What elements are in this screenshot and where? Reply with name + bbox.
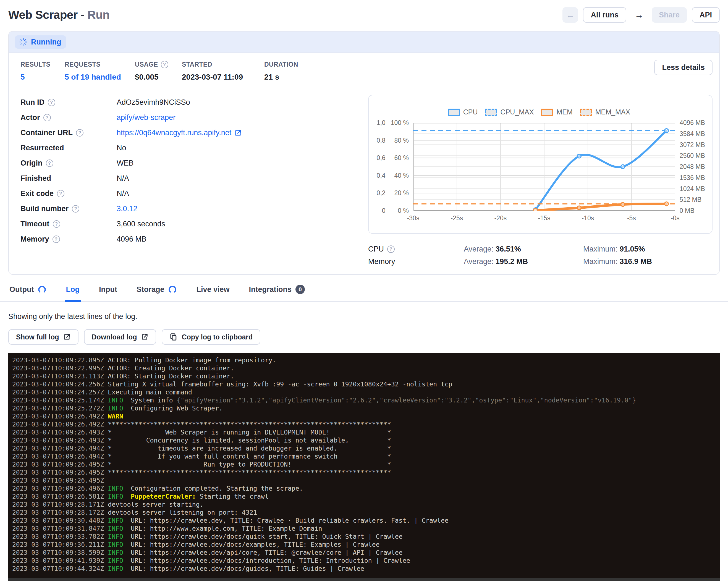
share-button[interactable]: Share xyxy=(652,7,687,23)
detail-label: Resurrected xyxy=(21,144,116,152)
stat-value-results[interactable]: 5 xyxy=(21,73,65,82)
detail-value-run-id: AdOz5evimh9NCiSSo xyxy=(116,98,190,107)
help-icon[interactable]: ? xyxy=(76,129,83,136)
detail-label: Origin? xyxy=(21,159,116,167)
detail-row-run-id: Run ID?AdOz5evimh9NCiSSo xyxy=(21,95,368,110)
less-details-button[interactable]: Less details xyxy=(654,60,712,75)
log-line: 2023-03-07T10:09:36.211Z INFO URL: https… xyxy=(12,540,720,549)
arrow-right-icon: → xyxy=(634,10,644,20)
summary-average-cpu: Average: 36.51% xyxy=(464,245,583,254)
tab-log[interactable]: Log xyxy=(65,283,80,302)
summary-maximum-key: Maximum: xyxy=(583,245,620,253)
legend-swatch xyxy=(541,109,553,116)
help-icon[interactable]: ? xyxy=(387,245,395,253)
page-title-sub: Run xyxy=(87,8,109,21)
tab-storage[interactable]: Storage xyxy=(135,283,178,302)
stat-value-duration: 21 s xyxy=(264,73,298,82)
help-icon[interactable]: ? xyxy=(53,236,60,243)
detail-label: Run ID? xyxy=(21,98,116,107)
spinner-icon xyxy=(19,37,28,47)
previous-run-button[interactable]: ← xyxy=(563,7,578,23)
log-lines: 2023-03-07T10:09:22.895Z ACTOR: Pulling … xyxy=(12,356,720,573)
help-icon[interactable]: ? xyxy=(48,99,55,106)
stat-value-requests[interactable]: 5 of 19 handled xyxy=(65,73,135,82)
detail-label: Finished xyxy=(21,174,116,183)
detail-value-timeout: 3,600 seconds xyxy=(116,220,165,228)
summary-average-key: Average: xyxy=(464,245,496,253)
next-run-button[interactable]: → xyxy=(631,7,647,23)
axis-tick: 2560 MB xyxy=(680,152,705,159)
detail-value-build-number[interactable]: 3.0.12 xyxy=(116,205,137,213)
legend-item-cpu_max[interactable]: CPU_MAX xyxy=(485,108,534,116)
log-line: 2023-03-07T10:09:26.495Z xyxy=(12,477,720,484)
loading-spinner-icon xyxy=(37,285,47,294)
detail-value-origin: WEB xyxy=(116,159,134,167)
axis-ratio: 1,00,80,60,40,20 xyxy=(372,123,386,211)
log-line: 2023-03-07T10:09:33.782Z INFO URL: https… xyxy=(12,533,720,540)
legend-item-mem_max[interactable]: MEM_MAX xyxy=(580,108,630,116)
log-line: 2023-03-07T10:09:41.939Z INFO URL: https… xyxy=(12,557,720,565)
stat-usage: USAGE?$0.005 xyxy=(135,61,182,82)
help-icon[interactable]: ? xyxy=(46,159,53,167)
axis-tick: 3584 MB xyxy=(680,130,705,137)
page-title-dash: - xyxy=(78,8,87,21)
log-line: 2023-03-07T10:09:22.895Z ACTOR: Pulling … xyxy=(12,356,720,364)
log-line: 2023-03-07T10:09:22.995Z ACTOR: Creating… xyxy=(12,364,720,372)
tab-output[interactable]: Output xyxy=(8,283,48,302)
detail-label: Memory? xyxy=(21,235,116,243)
download-log-button[interactable]: Download log xyxy=(84,329,156,345)
axis-tick: 0,8 xyxy=(377,136,386,144)
help-icon[interactable]: ? xyxy=(53,220,60,228)
legend-item-mem[interactable]: MEM xyxy=(541,108,572,116)
axis-tick: 1536 MB xyxy=(680,174,705,181)
help-icon[interactable]: ? xyxy=(72,205,79,213)
tab-label: Log xyxy=(66,285,79,294)
legend-item-cpu[interactable]: CPU xyxy=(448,108,478,116)
stat-requests: REQUESTS5 of 19 handled xyxy=(65,61,135,82)
axis-tick: 40 % xyxy=(394,171,409,179)
console-horizontal-scrollbar[interactable] xyxy=(8,578,720,581)
axis-percent: 100 %80 %60 %40 %20 %0 % xyxy=(391,123,409,211)
detail-row-container-url: Container URL?https://0q64wnacgyft.runs.… xyxy=(21,125,368,140)
log-line: 2023-03-07T10:09:24.256Z Starting X virt… xyxy=(12,380,720,388)
all-runs-button[interactable]: All runs xyxy=(583,7,626,23)
axis-tick: -30s xyxy=(407,214,419,222)
log-line: 2023-03-07T10:09:26.581Z INFO PuppeteerC… xyxy=(12,493,720,501)
arrow-left-icon: ← xyxy=(566,10,575,20)
help-icon[interactable]: ? xyxy=(161,61,168,68)
stat-value-usage: $0.005 xyxy=(135,73,182,82)
detail-label: Container URL? xyxy=(21,129,116,137)
axis-tick: 1024 MB xyxy=(680,185,705,192)
chart-svg xyxy=(413,123,675,211)
metrics-column: CPUCPU_MAXMEMMEM_MAX 1,00,80,60,40,20 10… xyxy=(368,95,712,266)
log-line: 2023-03-07T10:09:26.495Z * Run type to P… xyxy=(12,460,720,469)
show-full-log-button[interactable]: Show full log xyxy=(8,329,78,345)
log-line: 2023-03-07T10:09:25.272Z INFO Configurin… xyxy=(12,404,720,413)
tab-live-view[interactable]: Live view xyxy=(195,283,231,302)
tab-input[interactable]: Input xyxy=(98,283,118,302)
log-line: 2023-03-07T10:09:38.599Z INFO URL: https… xyxy=(12,549,720,557)
log-toolbar: Show full logDownload logCopy log to cli… xyxy=(8,329,720,345)
stat-duration: DURATION21 s xyxy=(264,61,298,82)
axis-memory: 4096 MB3584 MB3072 MB2560 MB2048 MB1536 … xyxy=(680,123,705,211)
detail-label: Timeout? xyxy=(21,220,116,228)
help-icon[interactable]: ? xyxy=(57,190,64,197)
detail-row-finished: FinishedN/A xyxy=(21,171,368,186)
help-icon[interactable]: ? xyxy=(44,114,51,121)
log-line: 2023-03-07T10:09:26.492Z WARN xyxy=(12,413,720,420)
chart-plot xyxy=(413,123,675,211)
api-button[interactable]: API xyxy=(692,7,720,23)
summary-average-value: 36.51% xyxy=(496,245,521,253)
summary-average-value: 195.2 MB xyxy=(496,257,528,266)
page-title: Web Scraper - Run xyxy=(8,8,109,22)
axis-tick: 0,2 xyxy=(377,189,386,197)
tabs: OutputLogInputStorageLive viewIntegratio… xyxy=(0,283,728,302)
status-label: Running xyxy=(31,38,61,47)
tab-integrations[interactable]: Integrations0 xyxy=(248,283,306,302)
copy-log-button[interactable]: Copy log to clipboard xyxy=(162,329,260,345)
detail-value-container-url[interactable]: https://0q64wnacgyft.runs.apify.net xyxy=(116,129,242,137)
log-line: 2023-03-07T10:09:28.172Z devtools-server… xyxy=(12,508,720,517)
log-line: 2023-03-07T10:09:44.324Z INFO URL: https… xyxy=(12,565,720,573)
run-card: Running RESULTS5REQUESTS5 of 19 handledU… xyxy=(8,31,720,275)
detail-value-actor[interactable]: apify/web-scraper xyxy=(116,113,176,122)
